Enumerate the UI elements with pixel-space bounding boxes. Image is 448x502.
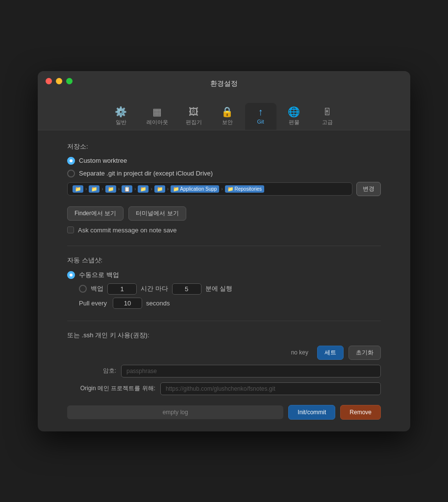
path-repositories: Repositories	[234, 186, 262, 192]
tab-menu[interactable]: 🌐 편물	[278, 103, 310, 130]
passphrase-row: 암호:	[67, 365, 381, 377]
storage-radio-separate[interactable]: Separate .git in project dir (except iCl…	[67, 170, 381, 177]
radio-custom-btn[interactable]	[67, 157, 75, 165]
lock-icon: 🔒	[221, 107, 233, 117]
storage-title: 저장소:	[67, 142, 381, 151]
manual-backup-label: 수동으로 백업	[79, 271, 119, 279]
tab-git-label: Git	[257, 119, 264, 125]
tab-layout[interactable]: ▦ 레이아웃	[139, 103, 176, 130]
init-commit-button[interactable]: Init/commit	[288, 405, 335, 420]
origin-input[interactable]	[160, 382, 381, 395]
ssh-section: 또는 .ssh 개인 키 사용(권장): no key 세트 초기화 암호: O…	[67, 331, 381, 395]
divider-1	[67, 246, 381, 246]
tab-editor-label: 편집기	[186, 119, 202, 126]
storage-radio-custom[interactable]: Custom worktree	[67, 157, 381, 165]
minutes-label: 분에 실행	[205, 284, 233, 293]
finder-button[interactable]: Finder에서 보기	[67, 206, 124, 221]
pull-every-row: Pull every 10 seconds	[79, 298, 381, 309]
no-key-label: no key	[291, 349, 308, 356]
tab-general[interactable]: ⚙️ 일반	[105, 103, 137, 130]
storage-section: 저장소: Custom worktree Separate .git in pr…	[67, 142, 381, 234]
manual-backup-row[interactable]: 수동으로 백업	[67, 271, 381, 279]
sliders-icon: 🎚	[323, 107, 332, 117]
seconds-label: seconds	[146, 300, 170, 307]
path-segment-1: 📁 › 📁 › 📁 › 📋 › 📁 › 📁 › 📁 Application Su…	[73, 185, 264, 193]
origin-row: Origin 메인 프로젝트를 위해:	[67, 382, 381, 395]
auto-snapshot-title: 자동 스냅샷:	[67, 256, 381, 265]
tab-menu-label: 편물	[289, 119, 299, 126]
editor-icon: 🖼	[189, 107, 199, 117]
ssh-buttons-row: no key 세트 초기화	[67, 346, 381, 360]
storage-radio-group: Custom worktree Separate .git in project…	[67, 157, 381, 177]
passphrase-label: 암호:	[67, 367, 116, 375]
radio-interval-btn[interactable]	[79, 285, 87, 293]
tab-general-label: 일반	[116, 119, 126, 126]
layout-icon: ▦	[152, 107, 162, 117]
globe-icon: 🌐	[288, 107, 300, 117]
passphrase-input[interactable]	[121, 365, 381, 377]
reset-button[interactable]: 초기화	[348, 346, 381, 360]
tabs-bar: ⚙️ 일반 ▦ 레이아웃 🖼 편집기 🔒 보안 ↑ Git 🌐 편물	[46, 98, 402, 130]
path-bar: 📁 › 📁 › 📁 › 📋 › 📁 › 📁 › 📁 Application Su…	[67, 182, 352, 196]
titlebar: 환경설정 ⚙️ 일반 ▦ 레이아웃 🖼 편집기 🔒 보안 ↑ Git	[38, 71, 410, 130]
tab-layout-label: 레이아웃	[147, 119, 168, 126]
radio-separate-btn[interactable]	[67, 170, 75, 177]
gear-icon: ⚙️	[115, 107, 127, 117]
tab-git[interactable]: ↑ Git	[245, 103, 276, 130]
tab-advanced[interactable]: 🎚 고급	[312, 103, 343, 130]
set-button[interactable]: 세트	[317, 346, 344, 360]
ask-commit-row[interactable]: Ask commit message on note save	[67, 226, 381, 234]
change-button[interactable]: 변경	[356, 182, 381, 196]
radio-manual-btn[interactable]	[67, 271, 75, 279]
hours-value-input[interactable]: 5	[172, 283, 201, 295]
ask-commit-checkbox[interactable]	[67, 226, 74, 233]
origin-label: Origin 메인 프로젝트를 위해:	[67, 384, 155, 393]
path-row: 📁 › 📁 › 📁 › 📋 › 📁 › 📁 › 📁 Application Su…	[67, 177, 381, 201]
bottom-bar: empty log Init/commit Remove	[67, 405, 381, 420]
terminal-button[interactable]: 터미널에서 보기	[128, 206, 186, 221]
tab-advanced-label: 고급	[322, 119, 333, 126]
tab-security-label: 보안	[222, 119, 233, 126]
preferences-window: 환경설정 ⚙️ 일반 ▦ 레이아웃 🖼 편집기 🔒 보안 ↑ Git	[38, 71, 410, 431]
radio-separate-label: Separate .git in project dir (except iCl…	[79, 170, 213, 177]
backup-label: 백업	[91, 284, 103, 293]
tab-security[interactable]: 🔒 보안	[212, 103, 243, 130]
tab-editor[interactable]: 🖼 편집기	[178, 103, 210, 130]
hours-label: 시간 마다	[141, 284, 168, 293]
content-area: 저장소: Custom worktree Separate .git in pr…	[38, 130, 410, 431]
divider-2	[67, 321, 381, 321]
radio-custom-label: Custom worktree	[79, 157, 127, 164]
auto-snapshot-section: 자동 스냅샷: 수동으로 백업 백업 1 시간 마다 5 분에 실행 Pull …	[67, 256, 381, 309]
pull-every-input[interactable]: 10	[113, 298, 142, 309]
remove-button[interactable]: Remove	[340, 405, 381, 420]
git-icon: ↑	[258, 107, 263, 117]
window-title: 환경설정	[46, 79, 402, 88]
path-app-support: Application Supp	[180, 186, 217, 192]
empty-log-button[interactable]: empty log	[67, 405, 283, 419]
ask-commit-label: Ask commit message on note save	[78, 226, 177, 234]
backup-value-input[interactable]: 1	[107, 283, 137, 295]
pull-every-label: Pull every	[79, 300, 107, 307]
action-buttons: Finder에서 보기 터미널에서 보기	[67, 206, 381, 221]
backup-interval-row: 백업 1 시간 마다 5 분에 실행	[79, 283, 381, 295]
ssh-title: 또는 .ssh 개인 키 사용(권장):	[67, 331, 381, 340]
